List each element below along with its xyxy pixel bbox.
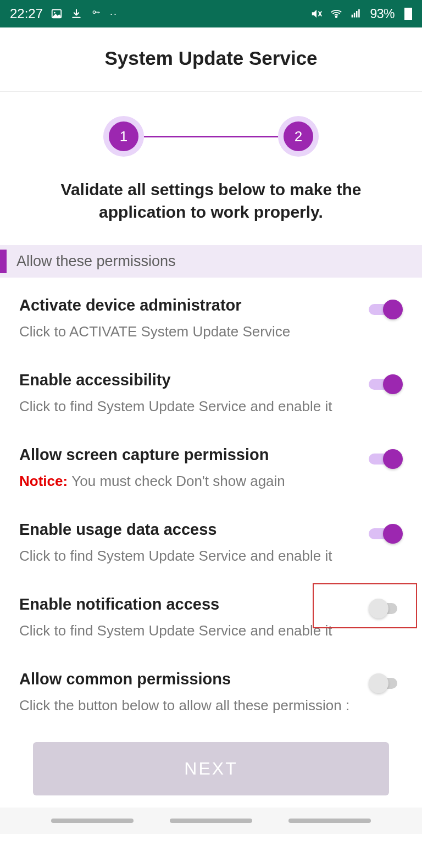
permission-title: Enable accessibility [19, 371, 369, 389]
permission-text: Allow screen capture permission [19, 446, 369, 472]
step-1-number: 1 [109, 121, 138, 151]
permission-item[interactable]: Enable accessibilityClick to find System… [0, 356, 422, 430]
permission-description: Click to find System Update Service and … [0, 397, 422, 416]
permissions-list: Activate device administratorClick to AC… [0, 278, 422, 733]
download-icon [70, 8, 82, 20]
permissions-section-header: Allow these permissions [0, 245, 422, 278]
toggle-on[interactable] [369, 524, 403, 544]
permission-toggle[interactable] [369, 374, 403, 394]
permission-description-text: Click to find System Update Service and … [19, 548, 332, 564]
permission-toggle[interactable] [369, 524, 403, 544]
permission-title: Enable usage data access [19, 521, 369, 539]
toggle-on[interactable] [369, 300, 403, 319]
step-connector [144, 136, 278, 137]
battery-icon [404, 8, 412, 20]
permission-description-text: Click the button below to allow all thes… [19, 697, 349, 714]
permission-text: Allow common permissions [19, 670, 369, 696]
svg-point-2 [93, 11, 96, 14]
status-bar-right: 93% [310, 7, 412, 21]
page-title: System Update Service [0, 27, 422, 92]
svg-point-1 [54, 12, 55, 14]
notice-label: Notice: [19, 473, 71, 489]
permission-title: Allow screen capture permission [19, 446, 369, 464]
permission-description: Click the button below to allow all thes… [0, 696, 422, 715]
next-button[interactable]: NEXT [33, 742, 389, 795]
permission-toggle[interactable] [369, 599, 403, 618]
permission-row: Allow screen capture permission [0, 430, 422, 472]
permission-description: Click to ACTIVATE System Update Service [0, 322, 422, 341]
permission-row: Enable usage data access [0, 505, 422, 546]
status-bar: 22:27 ·· 93% [0, 0, 422, 27]
toggle-off[interactable] [369, 673, 403, 693]
permission-toggle[interactable] [369, 300, 403, 319]
permission-title: Allow common permissions [19, 670, 369, 688]
permission-text: Enable accessibility [19, 371, 369, 397]
permission-row: Enable accessibility [0, 356, 422, 397]
step-1: 1 [103, 116, 144, 157]
vpn-icon [90, 8, 102, 20]
svg-rect-4 [352, 15, 353, 18]
status-bar-left: 22:27 ·· [10, 6, 118, 21]
stepper: 1 2 [0, 92, 422, 179]
step-2: 2 [278, 116, 319, 157]
permission-text: Enable usage data access [19, 521, 369, 546]
permission-toggle[interactable] [369, 449, 403, 469]
permission-toggle[interactable] [369, 673, 403, 693]
permission-row: Allow common permissions [0, 655, 422, 696]
permission-item[interactable]: Enable usage data accessClick to find Sy… [0, 505, 422, 580]
permission-row: Activate device administrator [0, 281, 422, 322]
svg-rect-5 [354, 13, 356, 17]
svg-rect-6 [356, 11, 358, 18]
permission-title: Activate device administrator [19, 296, 369, 314]
permission-item[interactable]: Enable notification accessClick to find … [0, 580, 422, 655]
status-time: 22:27 [10, 6, 43, 21]
toggle-on[interactable] [369, 374, 403, 394]
permission-description-text: Click to find System Update Service and … [19, 398, 332, 414]
back-button[interactable] [288, 819, 371, 823]
permission-description: Notice: You must check Don't show again [0, 472, 422, 491]
permissions-section-label: Allow these permissions [16, 253, 176, 269]
permission-description: Click to find System Update Service and … [0, 546, 422, 566]
permission-description-text: You must check Don't show again [71, 473, 285, 489]
battery-percent: 93% [370, 7, 395, 21]
svg-rect-7 [359, 9, 360, 18]
recents-button[interactable] [51, 819, 134, 823]
image-icon [51, 8, 63, 20]
step-2-number: 2 [284, 121, 313, 151]
toggle-off[interactable] [369, 599, 403, 618]
toggle-on[interactable] [369, 449, 403, 469]
svg-point-3 [336, 16, 337, 18]
more-icon: ·· [110, 8, 118, 20]
navigation-bar [0, 808, 422, 834]
permission-item[interactable]: Allow screen capture permissionNotice: Y… [0, 430, 422, 505]
mute-vibrate-icon [310, 8, 323, 20]
signal-icon [350, 8, 362, 20]
permission-text: Activate device administrator [19, 296, 369, 322]
home-button[interactable] [170, 819, 252, 823]
permission-description-text: Click to find System Update Service and … [19, 622, 332, 639]
subtitle-text: Validate all settings below to make the … [0, 179, 422, 223]
wifi-icon [330, 8, 342, 20]
permission-item[interactable]: Activate device administratorClick to AC… [0, 281, 422, 356]
permission-description-text: Click to ACTIVATE System Update Service [19, 323, 290, 340]
permission-item[interactable]: Allow common permissionsClick the button… [0, 655, 422, 729]
permission-row: Enable notification access [0, 580, 422, 621]
